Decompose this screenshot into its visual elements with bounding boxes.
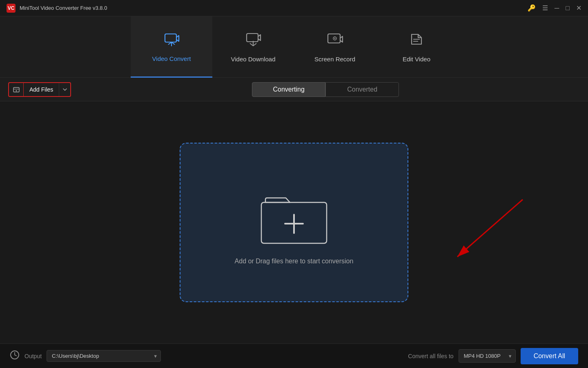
- title-bar-controls: 🔑 ☰ ─ □ ✕: [528, 4, 581, 12]
- nav-item-video-convert[interactable]: Video Convert: [131, 16, 212, 78]
- menu-icon[interactable]: ☰: [542, 4, 548, 12]
- nav-item-video-download[interactable]: Video Download: [212, 16, 294, 78]
- svg-point-6: [334, 38, 336, 39]
- video-convert-icon: [163, 31, 180, 50]
- tabs-container: Converting Converted: [252, 82, 399, 97]
- status-left: Output C:\Users\bj\Desktop ▼: [10, 350, 401, 362]
- format-select-wrapper: MP4 HD 1080P ▼: [459, 349, 516, 363]
- svg-rect-4: [328, 34, 340, 43]
- status-bar: Output C:\Users\bj\Desktop ▼ Convert all…: [0, 343, 588, 368]
- drop-zone-text: Add or Drag files here to start conversi…: [235, 258, 354, 265]
- svg-line-13: [457, 200, 523, 257]
- svg-rect-2: [247, 34, 258, 42]
- maximize-icon[interactable]: □: [566, 4, 570, 12]
- add-files-group: Add Files: [8, 82, 71, 97]
- svg-rect-0: [165, 34, 176, 42]
- status-right: Convert all files to MP4 HD 1080P ▼ Conv…: [408, 348, 578, 364]
- nav-item-edit-video[interactable]: Edit Video: [376, 16, 457, 78]
- nav-label-edit-video: Edit Video: [403, 56, 430, 63]
- edit-video-icon: [408, 31, 425, 51]
- minimize-icon[interactable]: ─: [555, 4, 559, 12]
- main-content: Add or Drag files here to start conversi…: [0, 101, 588, 343]
- add-files-button[interactable]: Add Files: [24, 82, 59, 97]
- add-files-icon-button[interactable]: [9, 82, 24, 97]
- nav-item-screen-record[interactable]: Screen Record: [294, 16, 376, 78]
- video-download-icon: [245, 31, 261, 51]
- toolbar: Add Files Converting Converted: [0, 78, 588, 101]
- app-title: MiniTool Video Converter Free v3.8.0: [20, 5, 107, 11]
- nav-label-screen-record: Screen Record: [314, 56, 355, 63]
- red-arrow: [400, 195, 531, 277]
- add-files-dropdown-button[interactable]: [59, 82, 70, 97]
- tab-converting[interactable]: Converting: [252, 82, 325, 97]
- drop-zone[interactable]: Add or Drag files here to start conversi…: [180, 143, 408, 302]
- convert-all-button[interactable]: Convert All: [521, 348, 578, 364]
- nav-bar: Video Convert Video Download Screen Reco…: [0, 16, 588, 78]
- convert-all-label: Convert all files to: [408, 353, 453, 359]
- title-bar: VC MiniTool Video Converter Free v3.8.0 …: [0, 0, 588, 16]
- nav-label-video-download: Video Download: [231, 56, 276, 63]
- screen-record-icon: [327, 31, 343, 51]
- format-select[interactable]: MP4 HD 1080P: [459, 349, 516, 363]
- output-path-select[interactable]: C:\Users\bj\Desktop: [47, 350, 161, 362]
- nav-label-video-convert: Video Convert: [152, 55, 191, 62]
- output-label: Output: [24, 353, 42, 359]
- output-path-wrapper: C:\Users\bj\Desktop ▼: [47, 350, 161, 362]
- app-logo: VC: [7, 4, 16, 13]
- tab-converted[interactable]: Converted: [325, 82, 399, 97]
- clock-icon: [10, 350, 20, 362]
- key-icon[interactable]: 🔑: [528, 4, 536, 12]
- folder-icon: [253, 180, 335, 249]
- close-icon[interactable]: ✕: [576, 4, 581, 12]
- title-bar-left: VC MiniTool Video Converter Free v3.8.0: [7, 4, 107, 13]
